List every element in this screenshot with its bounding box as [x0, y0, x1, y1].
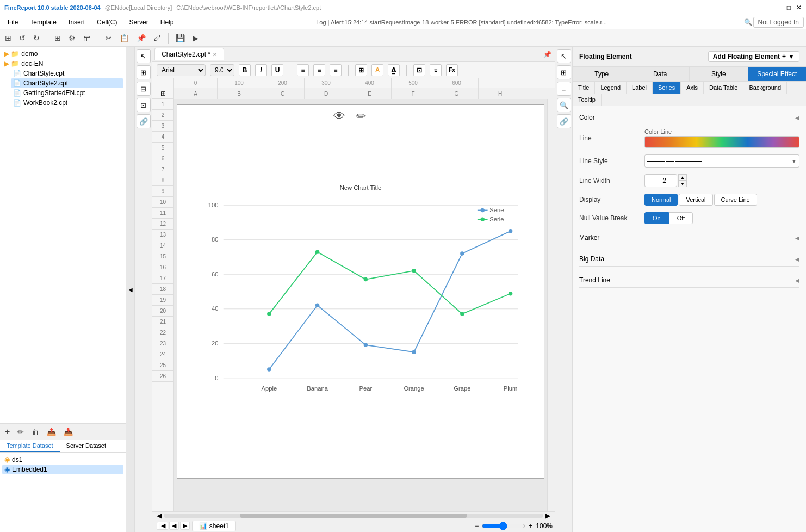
chart-edit-icon[interactable]: ✏: [356, 109, 366, 123]
left-panel-collapse[interactable]: ◀: [126, 47, 135, 532]
merge-btn[interactable]: ⊡: [413, 64, 425, 76]
align-center-btn[interactable]: ≡: [313, 64, 325, 76]
rtool-select[interactable]: ↖: [557, 49, 571, 63]
col-header-b[interactable]: B: [218, 88, 261, 99]
menu-help[interactable]: Help: [155, 17, 179, 27]
tab-style[interactable]: Style: [690, 67, 748, 81]
toolbar-format-painter[interactable]: 🖊: [151, 33, 164, 44]
dataset-item-ds1[interactable]: ◉ ds1: [2, 455, 123, 465]
wordwrap-btn[interactable]: ⌅: [430, 64, 442, 76]
dataset-item-embedded1[interactable]: ◉ Embedded1: [2, 465, 123, 474]
display-curve-line-btn[interactable]: Curve Line: [714, 194, 757, 206]
doc-tab-pin[interactable]: 📌: [542, 50, 553, 59]
vtool-zoom-in[interactable]: ⊞: [137, 65, 151, 79]
toolbar-cut[interactable]: ✂: [103, 33, 115, 44]
window-controls[interactable]: ─ □ ✕: [777, 4, 802, 11]
search-icon[interactable]: 🔍: [744, 18, 752, 26]
section-color-title[interactable]: Color ◀: [579, 110, 799, 125]
chart-eye-icon[interactable]: 👁: [333, 109, 345, 123]
section-marker-title[interactable]: Marker ◀: [579, 231, 799, 245]
menu-cell[interactable]: Cell(C): [91, 17, 122, 27]
vtool-link[interactable]: 🔗: [137, 114, 151, 128]
subtab-label[interactable]: Label: [627, 82, 653, 94]
vtool-select[interactable]: ↖: [137, 49, 151, 63]
menu-template[interactable]: Template: [24, 17, 62, 27]
italic-btn[interactable]: I: [255, 64, 267, 76]
dataset-edit-btn[interactable]: ✏: [15, 426, 27, 437]
tab-type[interactable]: Type: [573, 67, 631, 81]
login-status[interactable]: Not Logged In: [753, 17, 804, 28]
formula-btn[interactable]: Fx: [446, 64, 458, 76]
line-style-dropdown[interactable]: —————— ▼: [644, 154, 799, 168]
align-right-btn[interactable]: ≡: [330, 64, 342, 76]
toolbar-save[interactable]: 💾: [173, 33, 188, 44]
align-left-btn[interactable]: ≡: [297, 64, 309, 76]
zoom-minus-btn[interactable]: −: [475, 522, 479, 530]
vtool-grid[interactable]: ⊡: [137, 98, 151, 112]
maximize-btn[interactable]: □: [787, 4, 791, 11]
null-break-on-btn[interactable]: On: [644, 212, 669, 224]
col-header-a[interactable]: A: [174, 88, 218, 99]
display-vertical-btn[interactable]: Vertical: [679, 194, 712, 206]
tab-data[interactable]: Data: [631, 67, 690, 81]
rtool-grid2[interactable]: ⊞: [557, 65, 571, 79]
tab-server-dataset[interactable]: Server Dataset: [60, 440, 113, 452]
rtool-layers[interactable]: ≡: [557, 82, 571, 96]
tab-template-dataset[interactable]: Template Dataset: [0, 440, 60, 452]
toolbar-undo[interactable]: ↺: [16, 33, 28, 44]
toolbar-new[interactable]: ⊞: [2, 33, 14, 44]
zoom-plus-btn[interactable]: +: [529, 522, 532, 530]
toolbar-grid[interactable]: ⊞: [52, 33, 64, 44]
toolbar-copy[interactable]: 📋: [117, 33, 132, 44]
h-scroll-left[interactable]: ◀: [157, 512, 162, 519]
toolbar-preview[interactable]: ▶: [190, 33, 201, 44]
minimize-btn[interactable]: ─: [777, 4, 782, 11]
dataset-export-btn[interactable]: 📤: [44, 426, 59, 437]
subtab-legend[interactable]: Legend: [595, 82, 627, 94]
section-big-data-title[interactable]: Big Data ◀: [579, 252, 799, 267]
col-header-d[interactable]: D: [305, 88, 348, 99]
font-color-btn[interactable]: A̲: [388, 64, 400, 76]
tree-item-demo[interactable]: ▶ 📁 demo: [2, 49, 123, 59]
col-header-e[interactable]: E: [348, 88, 392, 99]
display-normal-btn[interactable]: Normal: [644, 194, 678, 206]
tree-item-getting-started[interactable]: 📄 GettingStartedEN.cpt: [11, 88, 123, 98]
color-swatch[interactable]: [644, 136, 799, 148]
sheet-nav-first[interactable]: |◀: [157, 522, 168, 530]
dataset-import-btn[interactable]: 📥: [61, 426, 76, 437]
border-btn[interactable]: ⊞: [355, 64, 367, 76]
null-break-off-btn[interactable]: Off: [669, 212, 693, 224]
rtool-link2[interactable]: 🔗: [557, 114, 571, 128]
line-width-down[interactable]: ▼: [678, 181, 687, 187]
tree-item-chartstyle[interactable]: 📄 ChartStyle.cpt: [11, 69, 123, 78]
doc-tab-close[interactable]: ✕: [213, 52, 217, 58]
col-header-f[interactable]: F: [392, 88, 435, 99]
bold-btn[interactable]: B: [239, 64, 251, 76]
close-btn[interactable]: ✕: [796, 4, 802, 11]
toolbar-paste[interactable]: 📌: [134, 33, 148, 44]
vertical-scrollbar[interactable]: [547, 99, 555, 511]
menu-server[interactable]: Server: [123, 17, 153, 27]
col-header-h[interactable]: H: [479, 88, 522, 99]
underline-btn[interactable]: U: [271, 64, 283, 76]
doc-tab-chartstyle2[interactable]: ChartStyle2.cpt * ✕: [154, 48, 224, 60]
rtool-zoom[interactable]: 🔍: [557, 98, 571, 112]
toolbar-redo[interactable]: ↻: [30, 33, 42, 44]
h-scroll-right[interactable]: ▶: [545, 512, 550, 519]
zoom-slider[interactable]: [482, 522, 525, 530]
col-header-c[interactable]: C: [261, 88, 305, 99]
chart-container[interactable]: 👁 ✏ New Chart Title: [177, 104, 544, 479]
menu-file[interactable]: File: [2, 17, 23, 27]
tree-item-workbook2[interactable]: 📄 WorkBook2.cpt: [11, 98, 123, 108]
fill-color-btn[interactable]: A: [371, 64, 383, 76]
menu-insert[interactable]: Insert: [63, 17, 90, 27]
subtab-axis[interactable]: Axis: [681, 82, 704, 94]
subtab-data-table[interactable]: Data Table: [704, 82, 743, 94]
font-select[interactable]: Arial: [157, 64, 206, 76]
add-floating-element-btn[interactable]: Add Floating Element + ▼: [708, 51, 799, 62]
subtab-tooltip[interactable]: Tooltip: [573, 94, 602, 106]
dataset-delete-btn[interactable]: 🗑: [29, 426, 42, 437]
col-header-g[interactable]: G: [435, 88, 479, 99]
line-width-input[interactable]: [644, 174, 677, 187]
toolbar-settings[interactable]: ⚙: [66, 33, 78, 44]
